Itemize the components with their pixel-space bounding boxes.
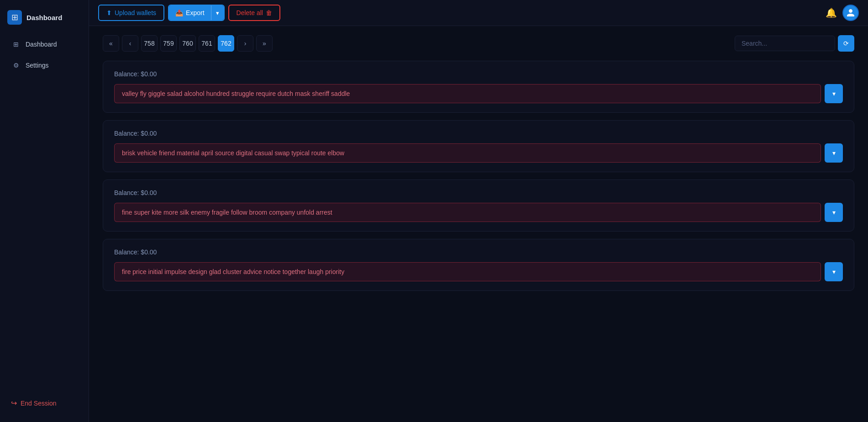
toolbar: ⬆ Upload wallets 📤 Export ▾ Delete all 🗑… <box>89 0 868 26</box>
search-icon: ⟳ <box>843 40 849 47</box>
upload-icon: ⬆ <box>106 9 112 16</box>
chevron-down-icon: ▾ <box>216 10 219 16</box>
chevron-down-icon: ▾ <box>832 90 836 97</box>
avatar[interactable] <box>842 5 859 21</box>
end-session-button[interactable]: ↪ End Session <box>4 394 85 412</box>
main-content: ⬆ Upload wallets 📤 Export ▾ Delete all 🗑… <box>89 0 868 422</box>
export-label: Export <box>186 9 204 16</box>
trash-icon: 🗑 <box>266 9 272 16</box>
dashboard-icon: ⊞ <box>11 39 21 49</box>
wallet-balance-2: Balance: $0.00 <box>114 189 843 196</box>
wallet-expand-button-2[interactable]: ▾ <box>825 203 843 222</box>
export-group: 📤 Export ▾ <box>168 5 224 21</box>
wallet-phrase-input-2[interactable] <box>114 203 821 222</box>
wallet-card-0: Balance: $0.00 ▾ <box>103 61 854 113</box>
page-last-button[interactable]: » <box>256 35 273 52</box>
wallet-expand-button-0[interactable]: ▾ <box>825 84 843 103</box>
wallet-expand-button-3[interactable]: ▾ <box>825 262 843 281</box>
export-dropdown-button[interactable]: ▾ <box>211 5 224 20</box>
page-first-button[interactable]: « <box>103 35 119 52</box>
wallet-phrase-input-0[interactable] <box>114 84 821 103</box>
brand-icon: ⊞ <box>7 10 22 25</box>
sidebar-item-settings-label: Settings <box>26 62 49 69</box>
wallet-phrase-row-1: ▾ <box>114 143 843 163</box>
wallet-phrase-input-3[interactable] <box>114 262 821 281</box>
wallet-balance-1: Balance: $0.00 <box>114 130 843 137</box>
chevron-down-icon: ▾ <box>832 149 836 157</box>
page-758-button[interactable]: 758 <box>141 35 158 52</box>
sidebar-item-settings[interactable]: ⚙ Settings <box>4 56 85 75</box>
settings-icon: ⚙ <box>11 60 21 70</box>
wallet-card-1: Balance: $0.00 ▾ <box>103 120 854 172</box>
upload-wallets-button[interactable]: ⬆ Upload wallets <box>98 5 164 21</box>
brand-label: Dashboard <box>26 14 62 21</box>
wallet-phrase-row-3: ▾ <box>114 262 843 281</box>
wallet-phrase-input-1[interactable] <box>114 143 821 163</box>
sidebar-item-dashboard[interactable]: ⊞ Dashboard <box>4 35 85 54</box>
wallet-phrase-row-2: ▾ <box>114 203 843 222</box>
page-next-button[interactable]: › <box>237 35 253 52</box>
export-button[interactable]: 📤 Export <box>169 5 210 20</box>
chevron-down-icon: ▾ <box>832 268 836 275</box>
user-avatar-icon <box>846 8 855 17</box>
wallet-expand-button-1[interactable]: ▾ <box>825 143 843 163</box>
notification-bell-icon[interactable]: 🔔 <box>826 7 837 18</box>
page-prev-button[interactable]: ‹ <box>122 35 138 52</box>
brand: ⊞ Dashboard <box>0 5 89 34</box>
search-input[interactable] <box>735 36 835 51</box>
wallet-phrase-row-0: ▾ <box>114 84 843 103</box>
search-area: ⟳ <box>735 35 854 52</box>
sidebar-item-dashboard-label: Dashboard <box>26 41 57 48</box>
wallet-card-2: Balance: $0.00 ▾ <box>103 179 854 232</box>
upload-label: Upload wallets <box>115 9 156 16</box>
wallet-card-3: Balance: $0.00 ▾ <box>103 239 854 291</box>
content-area: « ‹ 758 759 760 761 762 › » ⟳ Balance: $… <box>89 26 868 422</box>
wallet-balance-3: Balance: $0.00 <box>114 248 843 256</box>
wallet-balance-0: Balance: $0.00 <box>114 70 843 78</box>
page-759-button[interactable]: 759 <box>160 35 177 52</box>
end-session-icon: ↪ <box>11 399 17 407</box>
page-761-button[interactable]: 761 <box>199 35 215 52</box>
export-icon: 📤 <box>175 9 183 16</box>
page-762-button[interactable]: 762 <box>218 35 234 52</box>
chevron-down-icon: ▾ <box>832 209 836 216</box>
page-760-button[interactable]: 760 <box>179 35 196 52</box>
delete-all-button[interactable]: Delete all 🗑 <box>228 5 280 21</box>
toolbar-right: 🔔 <box>826 5 859 21</box>
pagination-row: « ‹ 758 759 760 761 762 › » ⟳ <box>103 35 854 52</box>
search-button[interactable]: ⟳ <box>838 35 854 52</box>
end-session-label: End Session <box>21 400 57 407</box>
delete-label: Delete all <box>237 9 263 16</box>
sidebar: ⊞ Dashboard ⊞ Dashboard ⚙ Settings ↪ End… <box>0 0 89 422</box>
